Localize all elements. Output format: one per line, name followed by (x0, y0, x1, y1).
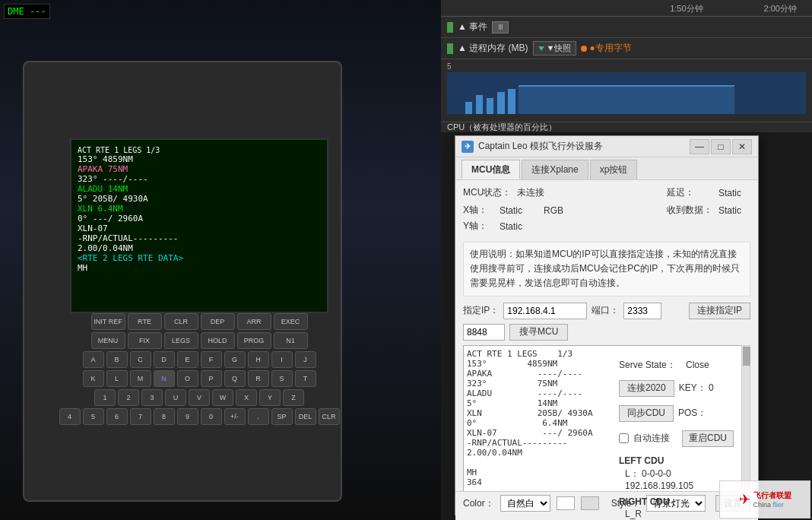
ip-row: 指定IP： 端口： 连接指定IP (463, 303, 750, 319)
kbd-w[interactable]: W (212, 389, 233, 406)
kbd-2[interactable]: 2 (118, 389, 139, 406)
minimize-button[interactable]: — (690, 139, 709, 154)
kbd-h[interactable]: H (248, 351, 269, 368)
kbd-5[interactable]: 5 (83, 408, 104, 425)
kbd-dot[interactable]: . (248, 408, 269, 425)
kbd-clr[interactable]: CLR (164, 313, 198, 330)
serve-state-label: Serve State： (619, 359, 680, 372)
kbd-o[interactable]: O (177, 370, 198, 387)
kbd-9[interactable]: 9 (177, 408, 198, 425)
kbd-x[interactable]: X (236, 389, 257, 406)
kbd-legs[interactable]: LEGS (164, 332, 198, 349)
kbd-f[interactable]: F (201, 351, 222, 368)
memory-indicator (447, 43, 453, 54)
auto-connect-checkbox[interactable] (619, 433, 629, 443)
kbd-0[interactable]: 0 (201, 408, 222, 425)
cdu-line-6: 5° 205B/ 4930A (78, 194, 321, 204)
connect-ip-button[interactable]: 连接指定IP (689, 303, 750, 319)
kbd-prog[interactable]: PROG (237, 332, 271, 349)
kbd-v[interactable]: V (189, 389, 210, 406)
kbd-hold[interactable]: HOLD (201, 332, 235, 349)
kbd-init-ref[interactable]: INIT REF (91, 313, 125, 330)
kbd-r[interactable]: R (248, 370, 269, 387)
tab-connect-xplane[interactable]: 连接Xplane (522, 160, 588, 179)
cpu-section: CPU（被有处理器的百分比） (441, 122, 812, 132)
timeline-markers: 1:50分钟 2:00分钟 (441, 0, 812, 17)
timeline-marker-2: 2:00分钟 (764, 3, 797, 14)
kbd-g[interactable]: G (224, 351, 246, 368)
quick-snapshot-btn[interactable]: ▼快照 (533, 41, 577, 55)
cdu-line-9: XLN-07 (78, 224, 321, 233)
kbd-s[interactable]: S (271, 370, 293, 387)
kbd-plus-minus[interactable]: +/- (224, 408, 246, 425)
kbd-q[interactable]: Q (224, 370, 246, 387)
kbd-sp[interactable]: SP (271, 408, 293, 425)
kbd-a[interactable]: A (83, 351, 104, 368)
exclusive-btn: ●专用字节 (581, 42, 631, 55)
kbd-z[interactable]: Z (283, 389, 304, 406)
connect2020-button[interactable]: 连接2020 (619, 380, 674, 397)
kbd-n[interactable]: N (154, 370, 175, 387)
kbd-3[interactable]: 3 (141, 389, 163, 406)
close-button[interactable]: ✕ (732, 139, 752, 154)
kbd-exec[interactable]: EXEC (274, 313, 308, 330)
kbd-del[interactable]: DEL (295, 408, 316, 425)
cdu-line-3: APAKA 75NM (78, 164, 321, 174)
kbd-8[interactable]: 8 (154, 408, 175, 425)
kbd-rte[interactable]: RTE (128, 313, 162, 330)
kbd-b[interactable]: B (106, 351, 128, 368)
triangle-icon (538, 46, 544, 51)
search-mcu-button[interactable]: 搜寻MCU (509, 324, 568, 341)
kbd-4[interactable]: 4 (59, 408, 81, 425)
kbd-k[interactable]: K (83, 370, 104, 387)
delay-value: Static (718, 188, 741, 198)
kbd-d[interactable]: D (154, 351, 175, 368)
cdu-line-10: -RNP/ACTUAL--------- (78, 233, 321, 243)
tab-mcu-info[interactable]: MCU信息 (462, 160, 520, 179)
kbd-clr2[interactable]: CLR (319, 408, 340, 425)
rgb-label: RGB (544, 205, 563, 216)
x-axis-label: X轴： (463, 204, 493, 217)
kbd-t[interactable]: T (295, 370, 316, 387)
received-label: 收到数据： (667, 204, 712, 217)
description-text: 使用说明：如果知道MCU的IP可以直接指定连接，未知的情况直接使用搜寻前可，连接… (463, 242, 750, 296)
color-select[interactable]: 自然白 (500, 495, 550, 512)
events-label: ▲ 事件 (458, 21, 487, 33)
kbd-c[interactable]: C (130, 351, 151, 368)
kbd-y[interactable]: Y (259, 389, 281, 406)
kbd-p[interactable]: P (201, 370, 222, 387)
timeline-marker-1: 1:50分钟 (670, 3, 703, 14)
right-info-panel: Serve State： Close 连接2020 KEY： 0 同步CDU P… (619, 356, 752, 519)
kbd-1[interactable]: 1 (94, 389, 116, 406)
color-swatch (581, 496, 599, 510)
kbd-m[interactable]: M (130, 370, 151, 387)
kbd-arr[interactable]: ARR (237, 313, 271, 330)
maximize-button[interactable]: □ (711, 139, 731, 154)
kbd-l[interactable]: L (106, 370, 128, 387)
restart-cdu-button[interactable]: 重启CDU (682, 430, 734, 447)
cpu-label: CPU（被有处理器的百分比） (447, 122, 557, 133)
cdu-line-1: ACT RTE 1 LEGS 1/3 (78, 146, 321, 154)
port-box: 8848 (463, 324, 505, 341)
kbd-e[interactable]: E (177, 351, 198, 368)
dot-icon (581, 46, 587, 52)
cdu-line-8: 0° ---/ 2960A (78, 214, 321, 224)
kbd-dep[interactable]: DEP (201, 313, 235, 330)
sync-cdu-button[interactable]: 同步CDU (619, 405, 674, 422)
kbd-fix[interactable]: FIX (128, 332, 162, 349)
kbd-6[interactable]: 6 (106, 408, 128, 425)
cdu-line-7: XLN 6.4NM (78, 204, 321, 214)
kbd-i[interactable]: I (271, 351, 293, 368)
ip-input[interactable] (503, 303, 587, 319)
dialog-content: MCU状态： 未连接 X轴： Static RGB Y轴： Static (455, 180, 758, 520)
sync-cdu-row: 同步CDU POS： (619, 405, 752, 422)
kbd-menu[interactable]: MENU (91, 332, 125, 349)
kbd-n1[interactable]: N1 (274, 332, 308, 349)
kbd-u[interactable]: U (165, 389, 186, 406)
tab-xp-button[interactable]: xp按钮 (590, 160, 638, 179)
chart-y-label: 5 (447, 62, 806, 71)
port-input[interactable] (623, 303, 661, 319)
kbd-7[interactable]: 7 (130, 408, 151, 425)
y-axis-label: Y轴： (463, 220, 493, 233)
kbd-j[interactable]: J (295, 351, 316, 368)
